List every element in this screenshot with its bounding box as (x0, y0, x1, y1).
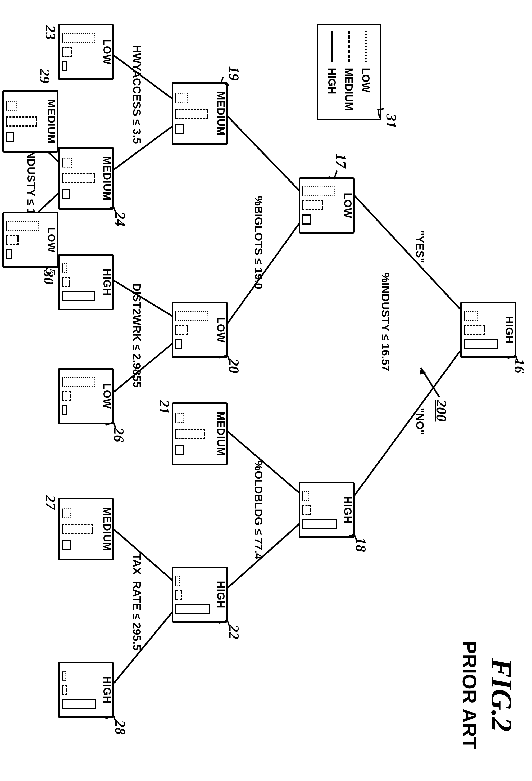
node-24-bars (62, 155, 96, 202)
legend-row-high: HIGH (323, 31, 341, 111)
bar-low-icon (62, 671, 66, 681)
node-24: MEDIUM (58, 147, 114, 210)
bar-low-icon (175, 93, 188, 103)
edge-n22-cond: TAX_RATE ≤ 295.5 (130, 553, 143, 651)
bar-high-icon (302, 519, 337, 529)
bar-low-icon (175, 576, 180, 586)
node-27: MEDIUM (58, 498, 114, 561)
node-22-ref: 22 (226, 625, 242, 640)
node-25-bars (62, 261, 96, 303)
bar-high-icon (62, 540, 72, 550)
node-26: LOW (58, 368, 114, 424)
bar-high-icon (302, 214, 311, 224)
bar-low-icon (6, 221, 39, 231)
edge-yes: "YES" (413, 230, 426, 263)
node-27-label: MEDIUM (101, 499, 113, 559)
node-28-label: HIGH (101, 663, 113, 716)
svg-line-9 (114, 124, 175, 169)
node-23-label: LOW (101, 26, 113, 78)
legend-label-low: LOW (357, 68, 374, 92)
node-21: MEDIUM (172, 402, 228, 465)
node-28: HIGH (58, 662, 114, 718)
legend-box: LOW MEDIUM HIGH (317, 24, 381, 120)
legend-ref: 31 (383, 114, 400, 128)
node-29: MEDIUM (2, 90, 58, 153)
node-19: MEDIUM (172, 82, 228, 145)
bar-low-icon (6, 100, 17, 111)
node-16: HIGH (460, 302, 516, 358)
node-22-bars (175, 573, 210, 616)
node-27-bars (62, 505, 96, 553)
node-24-ref: 24 (112, 212, 129, 227)
svg-line-13 (114, 609, 175, 683)
node-22: HIGH (172, 567, 228, 623)
legend-row-low: LOW (357, 31, 374, 111)
bar-med-icon (62, 173, 95, 183)
bar-med-icon (62, 524, 93, 534)
node-25-label: HIGH (101, 256, 113, 309)
bar-high-icon (175, 604, 210, 614)
figure-title-block: FIG.2 PRIOR ART (458, 641, 516, 749)
node-20-label: LOW (215, 303, 227, 356)
svg-line-6 (228, 431, 302, 495)
node-30-label: LOW (45, 213, 57, 266)
node-27-ref: 27 (42, 495, 59, 510)
node-17-bars (302, 184, 337, 227)
bar-med-icon (302, 200, 323, 210)
svg-line-0 (421, 368, 439, 397)
node-30: LOW (2, 212, 58, 268)
node-18-label: HIGH (342, 484, 354, 536)
node-21-bars (175, 410, 210, 458)
node-17-label: LOW (342, 179, 354, 232)
node-19-bars (175, 90, 210, 137)
bar-high-icon (175, 339, 182, 349)
node-26-ref: 26 (110, 427, 127, 442)
edge-root-cond: %INDUSTY ≤ 16.57 (379, 273, 392, 371)
bar-low-icon (175, 413, 184, 423)
node-17-ref: 17 (333, 154, 350, 168)
bar-med-icon (175, 109, 209, 119)
bar-low-icon (175, 311, 209, 321)
bar-med-icon (302, 505, 311, 515)
node-16-label: HIGH (503, 303, 515, 356)
svg-line-7 (228, 522, 302, 588)
bar-med-icon (62, 391, 71, 401)
node-25: HIGH (58, 254, 114, 310)
svg-line-5 (228, 220, 302, 323)
bar-high-icon (62, 61, 67, 71)
edge-n19-cond: HWYACCESS ≤ 3.5 (130, 45, 143, 144)
svg-line-8 (114, 55, 175, 100)
svg-line-2 (355, 196, 463, 313)
bar-low-icon (62, 263, 67, 273)
bar-low-icon (302, 491, 309, 501)
node-29-label: MEDIUM (45, 92, 57, 151)
node-19-label: MEDIUM (215, 84, 227, 143)
legend-swatch-medium (348, 31, 350, 63)
svg-line-4 (228, 117, 302, 193)
svg-marker-1 (419, 368, 426, 375)
edge-no: "NO" (413, 408, 426, 435)
node-18-bars (302, 489, 337, 531)
node-21-label: MEDIUM (215, 404, 227, 463)
svg-line-11 (114, 341, 175, 392)
node-28-ref: 28 (112, 720, 129, 735)
node-17: LOW (299, 177, 355, 234)
bar-low-icon (62, 377, 95, 387)
edge-n20-cond: DIST2WRK ≤ 2.9855 (130, 283, 143, 387)
node-26-label: LOW (101, 370, 113, 422)
bar-high-icon (62, 189, 70, 199)
node-29-ref: 29 (37, 69, 53, 83)
figure-ref: 200 (433, 400, 450, 422)
node-20-bars (175, 309, 210, 351)
node-23-bars (62, 31, 96, 73)
node-20: LOW (172, 302, 228, 358)
bar-high-icon (464, 339, 499, 349)
figure-subtitle: PRIOR ART (458, 641, 481, 749)
bar-med-icon (464, 325, 485, 335)
bar-med-icon (6, 117, 38, 127)
node-22-label: HIGH (215, 568, 227, 621)
node-26-bars (62, 375, 96, 417)
node-28-bars (62, 669, 96, 711)
node-30-ref: 30 (41, 270, 57, 285)
bar-med-icon (62, 277, 70, 287)
